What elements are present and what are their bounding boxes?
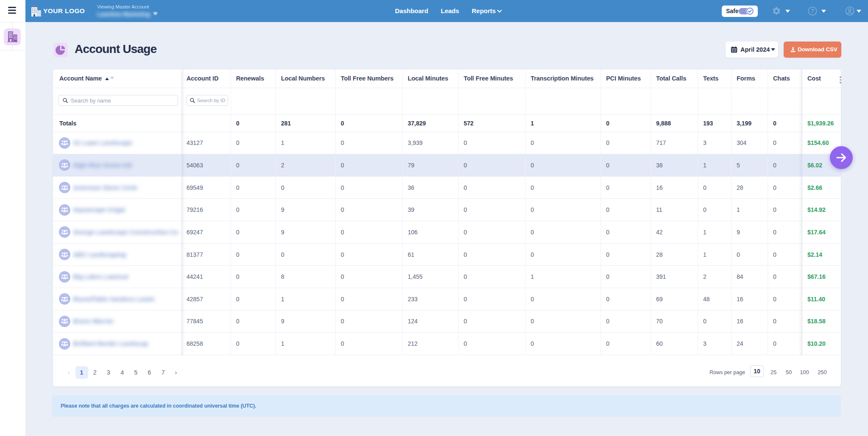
svg-text:?: ? — [811, 8, 814, 14]
